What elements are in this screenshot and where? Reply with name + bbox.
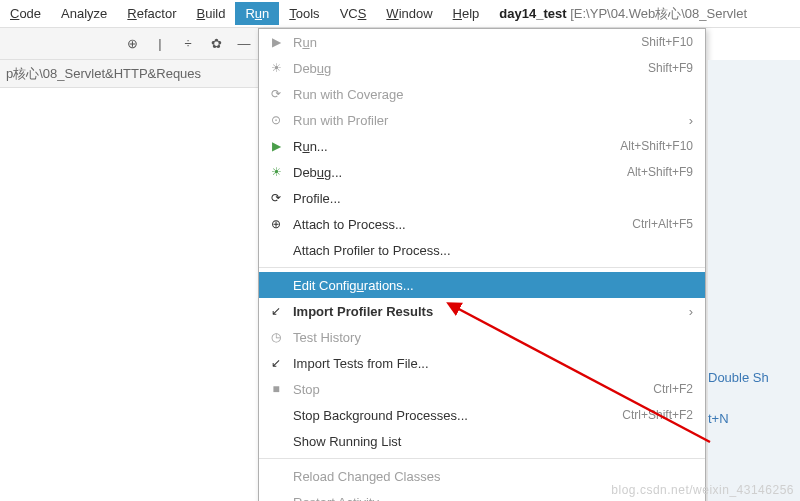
menu-item-label: Debug [293, 61, 648, 76]
menu-shortcut: Ctrl+F2 [653, 382, 693, 396]
menu-analyze[interactable]: Analyze [51, 2, 117, 25]
menu-item-label: Run [293, 35, 641, 50]
menubar: CodeAnalyzeRefactorBuildRunToolsVCSWindo… [0, 0, 800, 28]
hint-double-shift: Double Sh [708, 370, 800, 385]
↙-icon: ↙ [267, 356, 285, 370]
menu-separator [259, 458, 705, 459]
⟳-icon: ⟳ [267, 87, 285, 101]
expand-icon[interactable]: ÷ [180, 36, 196, 52]
menu-item-run-with-coverage: ⟳Run with Coverage [259, 81, 705, 107]
menu-item-label: Import Profiler Results [293, 304, 681, 319]
menu-run[interactable]: Run [235, 2, 279, 25]
menu-refactor[interactable]: Refactor [117, 2, 186, 25]
run-menu-dropdown: ▶RunShift+F10☀DebugShift+F9⟳Run with Cov… [258, 28, 706, 501]
menu-shortcut: Ctrl+Shift+F2 [622, 408, 693, 422]
menu-item-run-with-profiler: ⊙Run with Profiler› [259, 107, 705, 133]
⊕-icon: ⊕ [267, 217, 285, 231]
breadcrumb-path: p核心\08_Servlet&HTTP&Reques [0, 60, 260, 88]
menu-vcs[interactable]: VCS [330, 2, 377, 25]
menu-item-profile[interactable]: ⟳Profile... [259, 185, 705, 211]
menu-shortcut: Shift+F10 [641, 35, 693, 49]
menu-build[interactable]: Build [186, 2, 235, 25]
menu-item-test-history: ◷Test History [259, 324, 705, 350]
watermark: blog.csdn.net/weixin_43146256 [611, 483, 794, 497]
menu-tools[interactable]: Tools [279, 2, 329, 25]
project-label: day14_test [E:\YP\04.Web核心\08_Servlet [489, 1, 757, 27]
⟳-icon: ⟳ [267, 191, 285, 205]
menu-item-debug: ☀DebugShift+F9 [259, 55, 705, 81]
hint-ctrl-n: t+N [708, 411, 800, 426]
menu-item-label: Test History [293, 330, 693, 345]
menu-item-label: Stop [293, 382, 653, 397]
menu-shortcut: Alt+Shift+F10 [620, 139, 693, 153]
menu-shortcut: Shift+F9 [648, 61, 693, 75]
target-icon[interactable]: ⊕ [124, 36, 140, 52]
menu-item-label: Reload Changed Classes [293, 469, 693, 484]
↙-icon: ↙ [267, 304, 285, 318]
editor-hints-panel: Double Sh t+N [708, 60, 800, 501]
menu-shortcut: Alt+Shift+F9 [627, 165, 693, 179]
⊙-icon: ⊙ [267, 113, 285, 127]
menu-window[interactable]: Window [376, 2, 442, 25]
■-icon: ■ [267, 382, 285, 396]
menu-shortcut: Ctrl+Alt+F5 [632, 217, 693, 231]
menu-item-label: Attach to Process... [293, 217, 632, 232]
menu-item-attach-to-process[interactable]: ⊕Attach to Process...Ctrl+Alt+F5 [259, 211, 705, 237]
menu-item-show-running-list[interactable]: Show Running List [259, 428, 705, 454]
menu-item-stop-background-processes[interactable]: Stop Background Processes...Ctrl+Shift+F… [259, 402, 705, 428]
divider-icon: | [152, 36, 168, 52]
menu-item-label: Run with Profiler [293, 113, 681, 128]
▶-icon: ▶ [267, 35, 285, 49]
☀-icon: ☀ [267, 165, 285, 179]
menu-code[interactable]: Code [0, 2, 51, 25]
menu-item-label: Profile... [293, 191, 693, 206]
menu-item-edit-configurations[interactable]: Edit Configurations... [259, 272, 705, 298]
menu-item-import-profiler-results[interactable]: ↙Import Profiler Results› [259, 298, 705, 324]
▶-icon: ▶ [267, 139, 285, 153]
menu-item-label: Attach Profiler to Process... [293, 243, 693, 258]
menu-item-label: Edit Configurations... [293, 278, 693, 293]
collapse-icon[interactable]: — [236, 36, 252, 52]
menu-item-run[interactable]: ▶Run...Alt+Shift+F10 [259, 133, 705, 159]
project-toolbar: ⊕ | ÷ ✿ — [0, 28, 260, 60]
menu-item-label: Debug... [293, 165, 627, 180]
menu-item-label: Import Tests from File... [293, 356, 693, 371]
menu-item-import-tests-from-file[interactable]: ↙Import Tests from File... [259, 350, 705, 376]
☀-icon: ☀ [267, 61, 285, 75]
menu-item-run: ▶RunShift+F10 [259, 29, 705, 55]
menu-item-stop: ■StopCtrl+F2 [259, 376, 705, 402]
menu-item-label: Show Running List [293, 434, 693, 449]
menu-item-label: Run... [293, 139, 620, 154]
menu-item-attach-profiler-to-process[interactable]: Attach Profiler to Process... [259, 237, 705, 263]
menu-item-label: Stop Background Processes... [293, 408, 622, 423]
menu-help[interactable]: Help [443, 2, 490, 25]
menu-item-label: Run with Coverage [293, 87, 693, 102]
menu-item-debug[interactable]: ☀Debug...Alt+Shift+F9 [259, 159, 705, 185]
◷-icon: ◷ [267, 330, 285, 344]
menu-separator [259, 267, 705, 268]
gear-icon[interactable]: ✿ [208, 36, 224, 52]
chevron-right-icon: › [689, 304, 693, 319]
chevron-right-icon: › [689, 113, 693, 128]
